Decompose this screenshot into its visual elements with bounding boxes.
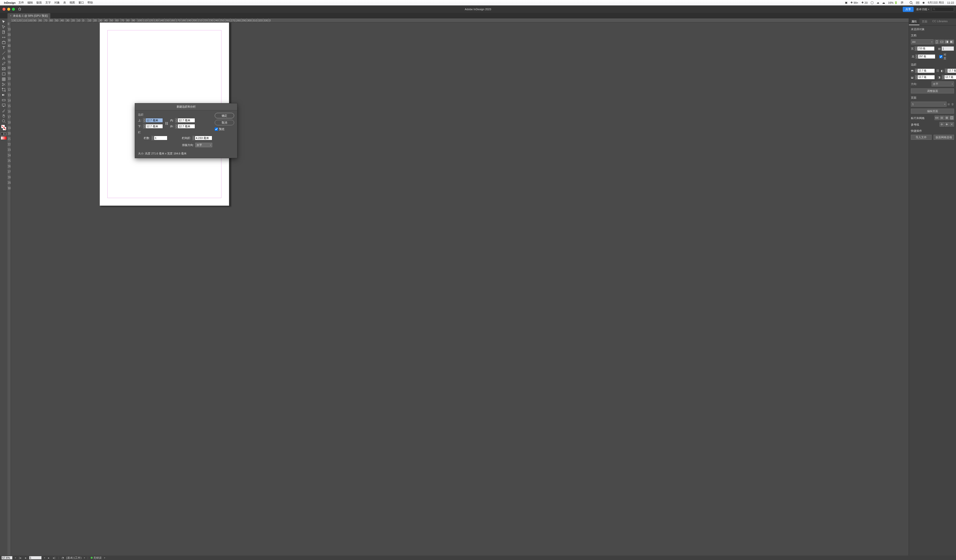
- tab-pages[interactable]: 页面: [919, 19, 930, 25]
- writing-direction-dropdown[interactable]: 水平▾: [195, 143, 212, 147]
- status-app1-icon[interactable]: ▣: [845, 1, 848, 4]
- first-spread-icon[interactable]: |◂: [19, 556, 22, 560]
- link-margins-mini-icon[interactable]: ⛓: [936, 69, 939, 72]
- show-guides-icon[interactable]: [940, 122, 944, 127]
- cancel-button[interactable]: 取消: [215, 120, 234, 125]
- pasteboard[interactable]: [11, 22, 909, 555]
- vertical-ruler[interactable]: 0102030405060708090100110120130140150160…: [8, 22, 11, 555]
- direct-selection-tool[interactable]: [0, 24, 7, 29]
- import-file-button[interactable]: 导入文件: [911, 135, 932, 140]
- panel-margin-bottom-input[interactable]: ▴▾: [915, 75, 935, 79]
- menu-help[interactable]: 帮助: [87, 1, 93, 5]
- content-collector-tool[interactable]: [0, 40, 7, 45]
- margin-top-input[interactable]: ▴▾: [143, 118, 163, 123]
- panel-margin-left-input[interactable]: ▴▾: [945, 69, 956, 73]
- preview-checkbox[interactable]: 预览: [215, 127, 234, 131]
- last-spread-icon[interactable]: ▸|: [53, 556, 56, 560]
- status-cloud-icon[interactable]: ☁: [877, 1, 879, 4]
- page-field[interactable]: [29, 556, 42, 560]
- new-page-icon[interactable]: ⊞: [948, 103, 950, 106]
- next-spread-icon[interactable]: ▸: [47, 556, 50, 560]
- menu-file[interactable]: 文件: [19, 1, 24, 5]
- layout-grid-options-button[interactable]: 版面网格选项: [934, 135, 954, 140]
- ruler-icon[interactable]: [935, 116, 939, 120]
- page-size-dropdown[interactable]: A4▾: [911, 39, 934, 44]
- status-time[interactable]: 11:22: [947, 1, 954, 4]
- gap-tool[interactable]: [0, 35, 7, 40]
- scissors-tool[interactable]: [0, 82, 7, 87]
- pen-tool[interactable]: [0, 55, 7, 61]
- fill-stroke-swatch[interactable]: [1, 124, 6, 132]
- eyedropper-tool[interactable]: [0, 108, 7, 113]
- frame-grid-tool[interactable]: [0, 77, 7, 82]
- link-margins-icon[interactable]: ⛓: [165, 121, 168, 125]
- selection-tool[interactable]: [0, 19, 7, 24]
- workspace-dropdown[interactable]: 基本功能▾: [916, 8, 929, 11]
- ok-button[interactable]: 确定: [215, 113, 234, 118]
- status-date[interactable]: 6月11日 周日: [928, 1, 944, 5]
- margin-outer-input[interactable]: ▴▾: [175, 124, 195, 129]
- snap-guides-icon[interactable]: [945, 122, 949, 127]
- horizontal-ruler[interactable]: 1301201101009080706050403020100102030405…: [11, 19, 909, 22]
- window-minimize[interactable]: [7, 8, 10, 11]
- orientation-portrait-icon[interactable]: [935, 39, 939, 44]
- status-siri-icon[interactable]: ◉: [922, 1, 925, 4]
- status-control-icon[interactable]: [916, 1, 919, 5]
- apply-gradient[interactable]: [1, 137, 6, 140]
- margin-bottom-input[interactable]: ▴▾: [143, 124, 163, 129]
- status-dingtalk[interactable]: ❖ 20: [861, 1, 868, 4]
- menubar-app[interactable]: InDesign: [4, 1, 16, 4]
- status-search-icon[interactable]: [909, 1, 913, 5]
- pages-dropdown[interactable]: 1▾: [911, 102, 947, 107]
- edit-pages-button[interactable]: 编辑页面: [911, 109, 954, 113]
- ruler-origin[interactable]: [8, 19, 11, 22]
- status-wechat[interactable]: ❖ 99+: [851, 1, 859, 4]
- window-close[interactable]: [3, 8, 5, 11]
- gradient-swatch-tool[interactable]: [0, 92, 7, 98]
- free-transform-tool[interactable]: [0, 87, 7, 92]
- status-circle-icon[interactable]: ◯: [871, 1, 874, 4]
- delete-page-icon[interactable]: 🗑: [951, 103, 954, 106]
- gradient-feather-tool[interactable]: [0, 98, 7, 103]
- preflight-profile-label[interactable]: [基本] (工作): [66, 556, 82, 560]
- type-tool[interactable]: [0, 45, 7, 50]
- panel-margin-top-input[interactable]: ▴▾: [915, 69, 935, 73]
- menu-edit[interactable]: 编辑: [27, 1, 33, 5]
- menu-type[interactable]: 文字: [45, 1, 51, 5]
- height-input[interactable]: ▴▾: [915, 54, 936, 59]
- smart-guides-icon[interactable]: [950, 122, 954, 127]
- preflight-status[interactable]: 无错误: [91, 556, 102, 560]
- binding-right-icon[interactable]: [950, 39, 954, 44]
- menu-object[interactable]: 对象: [54, 1, 60, 5]
- preflight-icon[interactable]: ◔: [61, 556, 64, 560]
- status-ime[interactable]: 拼: [901, 1, 903, 5]
- note-tool[interactable]: [0, 103, 7, 108]
- binding-left-icon[interactable]: [945, 39, 949, 44]
- status-battery[interactable]: 16%🔋: [888, 1, 898, 4]
- zoom-tool[interactable]: [0, 118, 7, 124]
- orientation-landscape-icon[interactable]: [940, 39, 944, 44]
- tab-cc-libraries[interactable]: CC Libraries: [930, 19, 950, 25]
- rectangle-frame-tool[interactable]: [0, 66, 7, 71]
- panel-margin-right-input[interactable]: ▴▾: [942, 75, 956, 79]
- apply-color-swatches[interactable]: [1, 132, 7, 135]
- line-tool[interactable]: [0, 50, 7, 55]
- orientation-dropdown[interactable]: 水平▾: [932, 82, 954, 87]
- width-input[interactable]: ▴▾: [915, 46, 935, 51]
- status-mountains-icon[interactable]: ⛰: [882, 1, 885, 4]
- document-tab[interactable]: × 未命名-1 @ 58% [GPU 预览]: [8, 13, 50, 19]
- adjust-layout-button[interactable]: 调整版面: [911, 88, 954, 93]
- hand-tool[interactable]: [0, 113, 7, 118]
- column-count-input[interactable]: ▴▾: [151, 136, 167, 140]
- doc-grid-icon[interactable]: [945, 116, 949, 120]
- menu-layout[interactable]: 版面: [36, 1, 42, 5]
- menu-view[interactable]: 视图: [69, 1, 75, 5]
- share-button[interactable]: 共享: [903, 7, 914, 12]
- margin-inner-input[interactable]: ▴▾: [175, 118, 195, 123]
- pages-count-input[interactable]: [942, 46, 954, 51]
- prev-spread-icon[interactable]: ◂: [24, 556, 27, 560]
- baseline-grid-icon[interactable]: [940, 116, 944, 120]
- zoom-field[interactable]: [2, 556, 13, 560]
- window-zoom[interactable]: [12, 8, 15, 11]
- tab-close-icon[interactable]: ×: [10, 14, 11, 17]
